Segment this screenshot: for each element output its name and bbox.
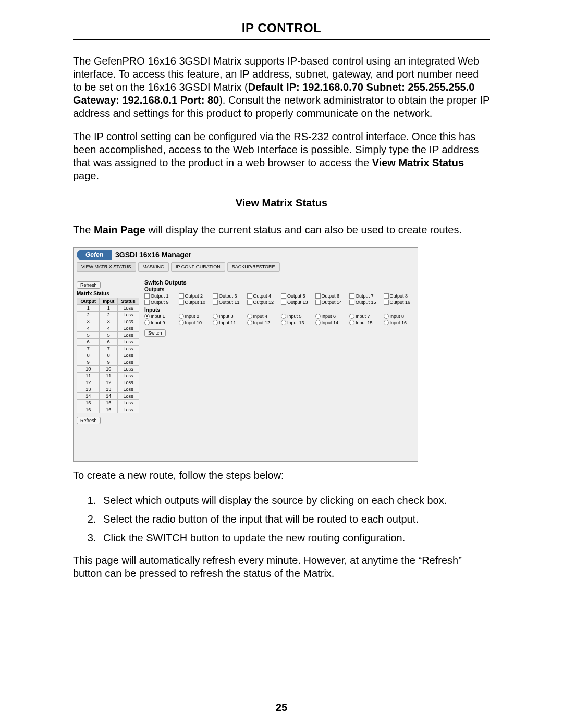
input-option[interactable]: Input 3 xyxy=(213,314,244,319)
gefen-logo: Gefen xyxy=(77,250,112,260)
output-label: Output 6 xyxy=(322,293,340,299)
refresh-button-top[interactable]: Refresh xyxy=(77,281,101,289)
table-cell: 4 xyxy=(77,325,100,332)
left-column: Refresh Matrix Status Output Input Statu… xyxy=(77,279,139,424)
table-cell: 8 xyxy=(77,352,100,359)
radio-icon[interactable] xyxy=(281,314,286,319)
input-option[interactable]: Input 1 xyxy=(144,314,176,319)
output-label: Output 11 xyxy=(219,300,240,305)
switch-button[interactable]: Switch xyxy=(144,329,166,337)
table-cell: Loss xyxy=(117,352,139,359)
output-option[interactable]: Output 8 xyxy=(384,293,415,299)
tab-masking[interactable]: MASKING xyxy=(138,262,169,272)
checkbox-icon[interactable] xyxy=(144,300,150,305)
input-option[interactable]: Input 2 xyxy=(179,314,210,319)
radio-icon[interactable] xyxy=(144,320,150,325)
table-cell: Loss xyxy=(117,346,139,352)
radio-icon[interactable] xyxy=(247,314,252,319)
table-cell: 10 xyxy=(77,366,100,373)
tab-backup-restore[interactable]: BACKUP/RESTORE xyxy=(227,262,280,272)
input-label: Input 3 xyxy=(219,314,234,319)
auto-refresh-note: This page will automatically refresh eve… xyxy=(73,554,490,580)
table-cell: 14 xyxy=(77,393,100,400)
tab-ip-configuration[interactable]: IP CONFIGURATION xyxy=(171,262,225,272)
output-option[interactable]: Output 12 xyxy=(247,300,278,305)
table-cell: 14 xyxy=(100,393,118,400)
output-option[interactable]: Output 3 xyxy=(213,293,244,299)
table-cell: 1 xyxy=(77,305,100,312)
radio-icon[interactable] xyxy=(315,320,321,325)
input-option[interactable]: Input 9 xyxy=(144,320,176,325)
output-option[interactable]: Output 5 xyxy=(281,293,312,299)
table-cell: Loss xyxy=(117,339,139,346)
radio-icon[interactable] xyxy=(144,314,150,319)
radio-icon[interactable] xyxy=(281,320,286,325)
output-option[interactable]: Output 15 xyxy=(349,300,381,305)
checkbox-icon[interactable] xyxy=(179,300,184,305)
checkbox-icon[interactable] xyxy=(384,300,389,305)
checkbox-icon[interactable] xyxy=(144,293,150,299)
input-option[interactable]: Input 12 xyxy=(247,320,278,325)
radio-icon[interactable] xyxy=(213,314,218,319)
radio-icon[interactable] xyxy=(247,320,252,325)
page-number: 25 xyxy=(0,701,563,713)
checkbox-icon[interactable] xyxy=(213,293,218,299)
output-option[interactable]: Output 14 xyxy=(315,300,347,305)
checkbox-icon[interactable] xyxy=(213,300,218,305)
checkbox-icon[interactable] xyxy=(179,293,184,299)
input-option[interactable]: Input 15 xyxy=(349,320,381,325)
checkbox-icon[interactable] xyxy=(281,300,286,305)
checkbox-icon[interactable] xyxy=(349,300,354,305)
output-option[interactable]: Output 1 xyxy=(144,293,176,299)
output-option[interactable]: Output 9 xyxy=(144,300,176,305)
steps-list: Select which outputs will display the so… xyxy=(73,492,490,546)
checkbox-icon[interactable] xyxy=(315,293,321,299)
output-option[interactable]: Output 4 xyxy=(247,293,278,299)
radio-icon[interactable] xyxy=(349,314,354,319)
input-option[interactable]: Input 13 xyxy=(281,320,312,325)
output-label: Output 16 xyxy=(390,300,411,305)
checkbox-icon[interactable] xyxy=(349,293,354,299)
output-option[interactable]: Output 11 xyxy=(213,300,244,305)
input-option[interactable]: Input 6 xyxy=(315,314,347,319)
table-cell: Loss xyxy=(117,312,139,318)
checkbox-icon[interactable] xyxy=(247,293,252,299)
output-label: Output 10 xyxy=(185,300,206,305)
input-option[interactable]: Input 4 xyxy=(247,314,278,319)
output-option[interactable]: Output 2 xyxy=(179,293,210,299)
radio-icon[interactable] xyxy=(315,314,321,319)
input-option[interactable]: Input 14 xyxy=(315,320,347,325)
checkbox-icon[interactable] xyxy=(281,293,286,299)
input-label: Input 6 xyxy=(322,314,336,319)
table-cell: Loss xyxy=(117,406,139,413)
output-option[interactable]: Output 6 xyxy=(315,293,347,299)
output-option[interactable]: Output 7 xyxy=(349,293,381,299)
input-option[interactable]: Input 16 xyxy=(384,320,415,325)
table-cell: 9 xyxy=(100,359,118,366)
radio-icon[interactable] xyxy=(179,314,184,319)
radio-icon[interactable] xyxy=(179,320,184,325)
table-cell: 13 xyxy=(77,386,100,393)
input-option[interactable]: Input 11 xyxy=(213,320,244,325)
input-option[interactable]: Input 8 xyxy=(384,314,415,319)
radio-icon[interactable] xyxy=(213,320,218,325)
table-cell: Loss xyxy=(117,373,139,379)
table-row: 1111Loss xyxy=(77,373,139,379)
input-label: Input 12 xyxy=(253,320,271,325)
output-option[interactable]: Output 16 xyxy=(384,300,415,305)
radio-icon[interactable] xyxy=(384,314,389,319)
refresh-button-bottom[interactable]: Refresh xyxy=(77,417,101,424)
checkbox-icon[interactable] xyxy=(384,293,389,299)
input-option[interactable]: Input 10 xyxy=(179,320,210,325)
input-option[interactable]: Input 7 xyxy=(349,314,381,319)
table-cell: 9 xyxy=(77,359,100,366)
checkbox-icon[interactable] xyxy=(247,300,252,305)
input-option[interactable]: Input 5 xyxy=(281,314,312,319)
checkbox-icon[interactable] xyxy=(315,300,321,305)
output-option[interactable]: Output 13 xyxy=(281,300,312,305)
radio-icon[interactable] xyxy=(384,320,389,325)
radio-icon[interactable] xyxy=(349,320,354,325)
manager-screenshot: Gefen 3GSDI 16x16 Manager VIEW MATRIX ST… xyxy=(73,247,418,462)
output-option[interactable]: Output 10 xyxy=(179,300,210,305)
tab-view-matrix-status[interactable]: VIEW MATRIX STATUS xyxy=(77,262,136,272)
